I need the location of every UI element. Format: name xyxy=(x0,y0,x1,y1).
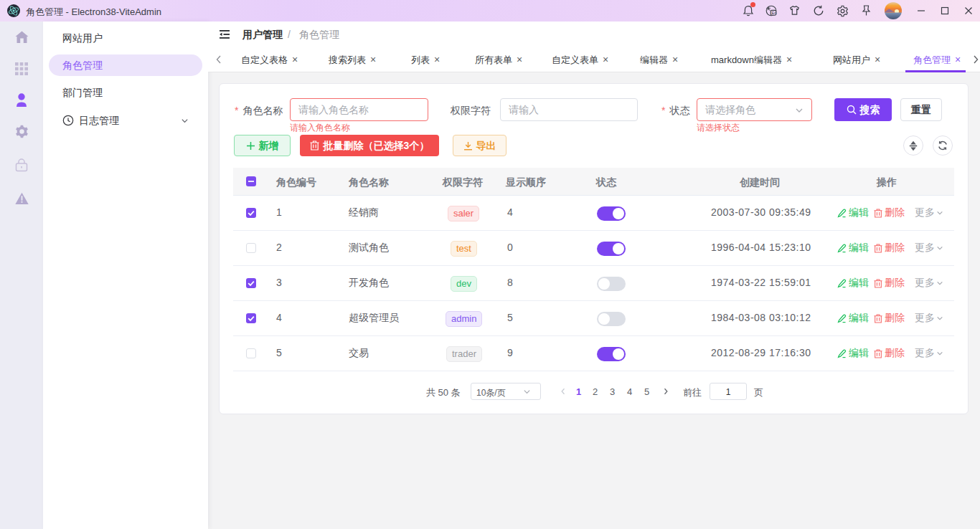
svg-text:En: En xyxy=(772,11,777,15)
